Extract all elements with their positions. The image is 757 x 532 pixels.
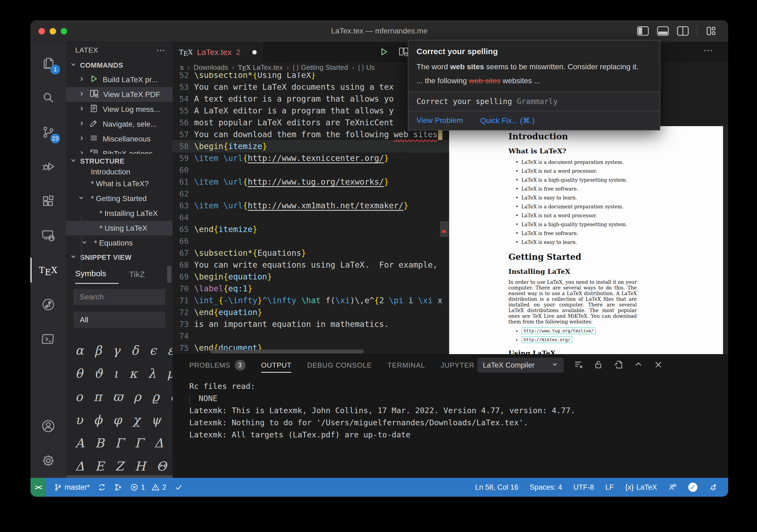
code-line-67[interactable]: 67\subsection*{Equations} bbox=[172, 247, 449, 259]
open-in-editor-icon[interactable] bbox=[613, 360, 623, 371]
view-latex-pdf-button[interactable] bbox=[398, 46, 409, 58]
activity-remote-explorer[interactable] bbox=[30, 218, 66, 253]
clear-output-icon[interactable] bbox=[573, 360, 584, 371]
snippet-scrollbar-thumb[interactable] bbox=[167, 266, 171, 283]
code-line-71[interactable]: 71\int_{-\infty}^\infty \hat f(\xi)\,e^{… bbox=[172, 295, 449, 307]
breadcrumb-item-getting-started[interactable]: { }Getting Started bbox=[292, 63, 348, 72]
panel-tab-debug-console[interactable]: DEBUG CONSOLE bbox=[307, 354, 372, 376]
pdf-link[interactable]: http://miktex.org/ bbox=[521, 336, 572, 343]
problems-item[interactable]: 1 2 bbox=[130, 483, 166, 491]
lock-icon[interactable] bbox=[593, 360, 604, 371]
quick-fix-link[interactable]: Quick Fix... (⌘.) bbox=[480, 116, 534, 125]
pdf-more-actions-icon[interactable]: ⋯ bbox=[703, 45, 714, 56]
activity-search[interactable] bbox=[30, 80, 66, 115]
greek-symbol-row-1[interactable]: α β γ δ ϵ ε ζ η bbox=[75, 339, 172, 362]
code-line-59[interactable]: 59\item \url{http://www.texniccenter.org… bbox=[172, 152, 449, 164]
compare-item[interactable] bbox=[114, 483, 122, 491]
greek-symbol-row-2[interactable]: θ ϑ ι κ λ μ ν ξ bbox=[75, 362, 172, 385]
section-snippet-view[interactable]: SNIPPET VIEW bbox=[66, 251, 172, 264]
output-console[interactable]: Rc files read: NONELatexmk: This is Late… bbox=[172, 376, 728, 441]
sidebar-hscrollbar[interactable] bbox=[66, 475, 172, 478]
breadcrumb-item-downloads[interactable]: Downloads bbox=[194, 63, 228, 72]
code-line-68[interactable]: 68You can write equations using LaTeX. F… bbox=[172, 259, 449, 271]
command-item-bibtex-actions[interactable]: BibTeX actions bbox=[66, 146, 172, 154]
command-item-view-log-mess-[interactable]: View Log mess... bbox=[66, 102, 172, 117]
tab-symbols[interactable]: Symbols bbox=[75, 269, 119, 284]
structure-item--getting-started[interactable]: * Getting Started bbox=[66, 191, 172, 206]
pdf-link[interactable]: http://www.tug.org/texlive/ bbox=[521, 327, 596, 334]
command-item-navigate-sele-[interactable]: Navigate, sele... bbox=[66, 117, 172, 132]
code-line-64[interactable]: 64 bbox=[172, 212, 449, 223]
activity-latex-workshop[interactable]: TEX bbox=[30, 253, 66, 287]
activity-terminal[interactable] bbox=[30, 322, 66, 356]
maximize-panel-icon[interactable] bbox=[633, 360, 644, 371]
code-line-65[interactable]: 65\end{itemize} bbox=[172, 223, 449, 235]
toggle-secondary-sidebar-icon[interactable] bbox=[677, 26, 689, 36]
greek-symbol-row-5[interactable]: A B Γ Γ Δ bbox=[75, 431, 172, 455]
editor-hscrollbar[interactable] bbox=[210, 349, 364, 353]
structure-item--equations[interactable]: * Equations bbox=[66, 236, 172, 251]
code-line-60[interactable]: 60 bbox=[172, 164, 449, 176]
view-problem-link[interactable]: View Problem bbox=[416, 116, 463, 125]
output-channel-select[interactable]: LaTeX Compiler bbox=[477, 358, 564, 373]
activity-settings[interactable] bbox=[30, 443, 66, 478]
activity-extensions[interactable] bbox=[30, 184, 66, 218]
code-line-69[interactable]: 69\begin{equation} bbox=[172, 271, 449, 283]
command-item-view-latex-pdf[interactable]: View LaTeX PDF bbox=[66, 87, 172, 102]
activity-source-control[interactable]: 23 bbox=[30, 115, 66, 149]
panel-tab-terminal[interactable]: TERMINAL bbox=[387, 354, 425, 376]
code-line-62[interactable]: 62 bbox=[172, 188, 449, 200]
greek-symbol-row-3[interactable]: ο π ϖ ρ ϱ σ ς τ bbox=[75, 385, 172, 408]
section-structure[interactable]: STRUCTURE bbox=[66, 154, 172, 168]
section-commands[interactable]: COMMANDS bbox=[66, 58, 172, 72]
tab-tikz[interactable]: TikZ bbox=[129, 270, 173, 284]
branch-item[interactable]: master* bbox=[54, 483, 90, 491]
breadcrumb-item-s[interactable]: s bbox=[180, 63, 184, 72]
breadcrumb-item-latex-tex[interactable]: TEXLaTex.tex bbox=[238, 63, 283, 72]
code-line-63[interactable]: 63\item \url{http://www.xm1math.net/texm… bbox=[172, 200, 449, 212]
symbol-search-input[interactable] bbox=[74, 289, 165, 305]
cursor-position[interactable]: Ln 58, Col 16 bbox=[475, 483, 518, 491]
sidebar-more-icon[interactable]: ⋯ bbox=[156, 45, 166, 55]
code-line-58[interactable]: 58\begin{itemize} bbox=[172, 140, 449, 152]
pdf-preview-page[interactable]: Introduction What is LaTeX? LaTeX is a d… bbox=[449, 126, 723, 354]
toggle-panel-icon[interactable] bbox=[657, 26, 669, 36]
panel-tab-problems[interactable]: PROBLEMS3 bbox=[189, 354, 246, 376]
language-mode[interactable]: {x} LaTeX bbox=[625, 483, 657, 491]
sync-item[interactable] bbox=[98, 483, 106, 491]
feedback-item[interactable] bbox=[668, 483, 677, 491]
command-item-miscellaneous[interactable]: Miscellaneous bbox=[66, 132, 172, 146]
breadcrumb-item-us[interactable]: { }Us bbox=[358, 63, 375, 72]
check-item[interactable] bbox=[174, 483, 183, 491]
command-item-build-latex-pr-[interactable]: Build LaTeX pr... bbox=[66, 72, 172, 87]
customize-layout-icon[interactable] bbox=[706, 26, 716, 36]
code-line-66[interactable]: 66 bbox=[172, 235, 449, 247]
prettier-item[interactable]: ✓ bbox=[688, 483, 697, 492]
code-line-70[interactable]: 70\label{eq:1} bbox=[172, 283, 449, 295]
greek-symbol-row-6[interactable]: Δ E Z H Θ bbox=[75, 455, 172, 478]
close-panel-icon[interactable] bbox=[653, 360, 663, 371]
encoding[interactable]: UTF-8 bbox=[573, 483, 594, 491]
structure-item--installing-latex[interactable]: * Installing LaTeX bbox=[66, 206, 172, 221]
panel-tab-output[interactable]: OUTPUT bbox=[261, 354, 292, 376]
greek-symbol-row-4[interactable]: υ ϕ φ χ ψ ω bbox=[75, 408, 172, 431]
code-line-72[interactable]: 72\end{equation} bbox=[172, 307, 449, 318]
editor-vscrollbar[interactable] bbox=[440, 221, 449, 237]
code-line-74[interactable]: 74 bbox=[172, 330, 449, 342]
code-line-73[interactable]: 73is an important equation in mathematic… bbox=[172, 318, 449, 330]
remote-indicator[interactable]: >< bbox=[30, 478, 46, 497]
modified-dot-icon[interactable] bbox=[252, 50, 257, 54]
eol-sequence[interactable]: LF bbox=[605, 483, 614, 491]
activity-run-debug[interactable] bbox=[30, 149, 66, 184]
code-line-61[interactable]: 61\item \url{http://www.tug.org/texworks… bbox=[172, 176, 449, 188]
pdf-scrollbar[interactable] bbox=[723, 126, 728, 354]
indentation[interactable]: Spaces: 4 bbox=[530, 483, 562, 491]
notifications-item[interactable] bbox=[709, 483, 717, 491]
activity-explorer[interactable]: 1 bbox=[30, 46, 66, 80]
build-latex-button[interactable] bbox=[379, 47, 389, 58]
activity-project-graph[interactable] bbox=[30, 287, 66, 322]
tab-latex-file[interactable]: TEX LaTex.tex 2 bbox=[172, 42, 263, 62]
activity-accounts[interactable] bbox=[30, 409, 66, 443]
panel-tab-jupyter[interactable]: JUPYTER bbox=[441, 354, 474, 376]
structure-item-introduction[interactable]: Introduction bbox=[66, 168, 172, 176]
